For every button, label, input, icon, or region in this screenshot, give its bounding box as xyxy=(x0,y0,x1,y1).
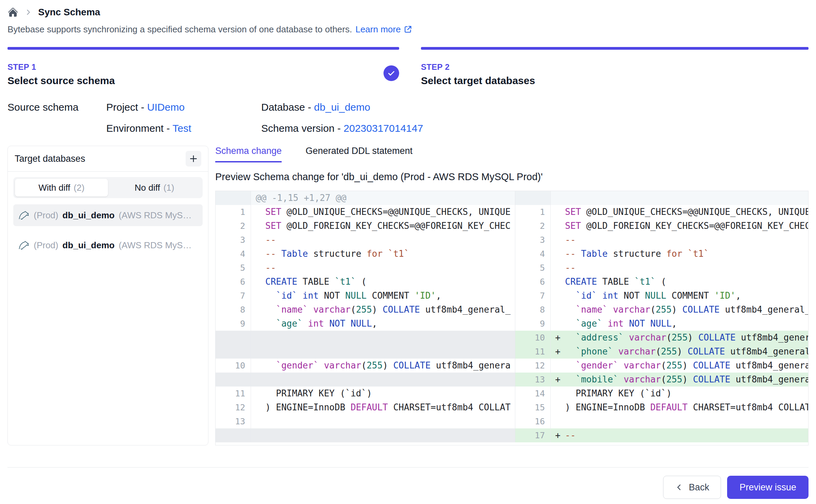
learn-more-label: Learn more xyxy=(356,23,401,35)
back-button[interactable]: Back xyxy=(663,476,721,499)
breadcrumb: Sync Schema xyxy=(7,5,809,20)
diff-line-number: 7 xyxy=(515,289,551,303)
add-target-database-button[interactable] xyxy=(186,151,201,167)
mysql-icon xyxy=(18,209,30,221)
field-schema-version-label: Schema version - xyxy=(261,123,341,134)
diff-code-line xyxy=(251,428,515,442)
diff-code-line: `age` int NOT NULL, xyxy=(551,317,808,331)
diff-code-line: ) ENGINE=InnoDB DEFAULT CHARSET=utf8mb4 … xyxy=(251,400,515,414)
learn-more-link[interactable]: Learn more xyxy=(356,23,412,35)
preview-issue-button[interactable]: Preview issue xyxy=(727,476,809,499)
diff-code-line: `gender` varchar(255) COLLATE utf8mb4_ge… xyxy=(551,359,808,373)
diff-line-number: 10 xyxy=(216,359,251,373)
check-icon xyxy=(387,69,396,78)
diff-line-number: 11 xyxy=(515,345,551,359)
target-database-item[interactable]: (Prod) db_ui_demo (AWS RDS MySQL Prod) xyxy=(13,234,203,256)
breadcrumb-chevron-icon xyxy=(25,9,32,16)
home-icon[interactable] xyxy=(7,7,18,18)
db-instance: (AWS RDS MySQL Prod) xyxy=(119,240,198,251)
schema-diff[interactable]: @@ -1,15 +1,27 @@1SET @OLD_UNIQUE_CHECKS… xyxy=(215,191,809,445)
mysql-icon xyxy=(18,239,30,251)
db-name: db_ui_demo xyxy=(62,240,114,251)
target-database-item[interactable]: (Prod) db_ui_demo (AWS RDS MySQL Prod) xyxy=(13,204,203,226)
diff-change-sign: + xyxy=(551,345,565,359)
step-2-title: Select target databases xyxy=(421,74,809,87)
field-project-label: Project - xyxy=(106,101,144,113)
diff-code-line: -- xyxy=(551,261,808,275)
tab-with-diff-label: With diff xyxy=(38,183,70,193)
diff-code-line: CREATE TABLE `t1` ( xyxy=(251,275,515,289)
diff-code-line: -- xyxy=(251,261,515,275)
sync-schema-page: Sync Schema Bytebase supports synchroniz… xyxy=(0,0,816,504)
diff-code-line: -- xyxy=(551,233,808,247)
tab-schema-change[interactable]: Schema change xyxy=(215,146,282,162)
diff-code-line xyxy=(251,331,515,345)
field-database-value[interactable]: db_ui_demo xyxy=(314,101,370,113)
diff-code-line: -- Table structure for `t1` xyxy=(551,247,808,261)
footer-actions: Back Preview issue xyxy=(7,476,809,499)
diff-code-line: CREATE TABLE `t1` ( xyxy=(551,275,808,289)
diff-code-line xyxy=(551,414,808,428)
diff-line-number: 15 xyxy=(515,400,551,414)
diff-code-line: PRIMARY KEY (`id`) xyxy=(551,387,808,400)
step-1: STEP 1 Select source schema xyxy=(7,47,399,87)
field-project: Project - UIDemo xyxy=(106,100,261,114)
diff-code-line: +-- xyxy=(551,428,808,442)
external-link-icon xyxy=(404,25,412,34)
diff-change-sign: + xyxy=(551,373,565,387)
source-schema-summary: Source schema Project - UIDemo Database … xyxy=(7,100,809,136)
diff-code-line: SET @OLD_FOREIGN_KEY_CHECKS=@@FOREIGN_KE… xyxy=(251,219,515,233)
diff-hunk-header: @@ -1,15 +1,27 @@ xyxy=(251,191,515,205)
diff-line-number: 17 xyxy=(515,428,551,442)
diff-line-number: 9 xyxy=(515,317,551,331)
diff-code-line: ) ENGINE=InnoDB DEFAULT CHARSET=utf8mb4 … xyxy=(551,400,808,414)
diff-hunk-header xyxy=(551,191,808,205)
db-environment: (Prod) xyxy=(34,210,58,221)
diff-filter-tabs: With diff (2) No diff (1) xyxy=(13,177,203,198)
tab-generated-ddl[interactable]: Generated DDL statement xyxy=(305,146,412,162)
step-2-eyebrow: STEP 2 xyxy=(421,62,809,72)
diff-line-number: 14 xyxy=(515,387,551,400)
db-instance: (AWS RDS MySQL Prod) xyxy=(119,210,198,221)
diff-code-line: `gender` varchar(255) COLLATE utf8mb4_ge… xyxy=(251,359,515,373)
tab-no-diff-count: (1) xyxy=(163,183,174,193)
chevron-left-icon xyxy=(675,483,683,491)
field-schema-version-value[interactable]: 20230317014147 xyxy=(344,123,423,134)
preview-panel: Schema change Generated DDL statement Pr… xyxy=(215,146,809,445)
footer-divider xyxy=(7,467,809,468)
diff-line-number: 7 xyxy=(216,289,251,303)
diff-line-number: 13 xyxy=(515,373,551,387)
target-databases-panel: Target databases With diff (2) No diff (… xyxy=(7,146,208,445)
step-1-title: Select source schema xyxy=(7,74,399,87)
field-project-value[interactable]: UIDemo xyxy=(147,101,185,113)
diff-line-number xyxy=(216,345,251,359)
diff-line-number xyxy=(216,331,251,345)
diff-line-number xyxy=(515,191,551,205)
diff-line-number: 5 xyxy=(216,261,251,275)
diff-line-number: 9 xyxy=(216,317,251,331)
field-database: Database - db_ui_demo xyxy=(261,100,809,114)
diff-change-sign: + xyxy=(551,331,565,345)
tab-with-diff[interactable]: With diff (2) xyxy=(15,179,108,196)
intro-text: Bytebase supports synchronizing a specif… xyxy=(7,23,809,35)
tab-no-diff[interactable]: No diff (1) xyxy=(108,179,201,196)
field-environment-value[interactable]: Test xyxy=(173,123,191,134)
field-environment: Environment - Test xyxy=(106,121,261,136)
diff-line-number: 13 xyxy=(216,414,251,428)
diff-line-number: 10 xyxy=(515,331,551,345)
back-button-label: Back xyxy=(689,482,709,493)
diff-code-line: PRIMARY KEY (`id`) xyxy=(251,387,515,400)
db-environment: (Prod) xyxy=(34,240,58,251)
diff-code-line: `id` int NOT NULL COMMENT 'ID', xyxy=(551,289,808,303)
diff-line-number: 8 xyxy=(515,303,551,317)
diff-code-line xyxy=(251,373,515,387)
diff-line-number: 3 xyxy=(216,233,251,247)
diff-code-line: -- xyxy=(251,233,515,247)
diff-line-number xyxy=(216,428,251,442)
diff-line-number: 3 xyxy=(515,233,551,247)
step-2: STEP 2 Select target databases xyxy=(421,47,809,87)
diff-line-number: 6 xyxy=(515,275,551,289)
tab-no-diff-label: No diff xyxy=(135,183,160,193)
step-1-eyebrow: STEP 1 xyxy=(7,62,399,72)
step-1-bar xyxy=(7,47,399,50)
